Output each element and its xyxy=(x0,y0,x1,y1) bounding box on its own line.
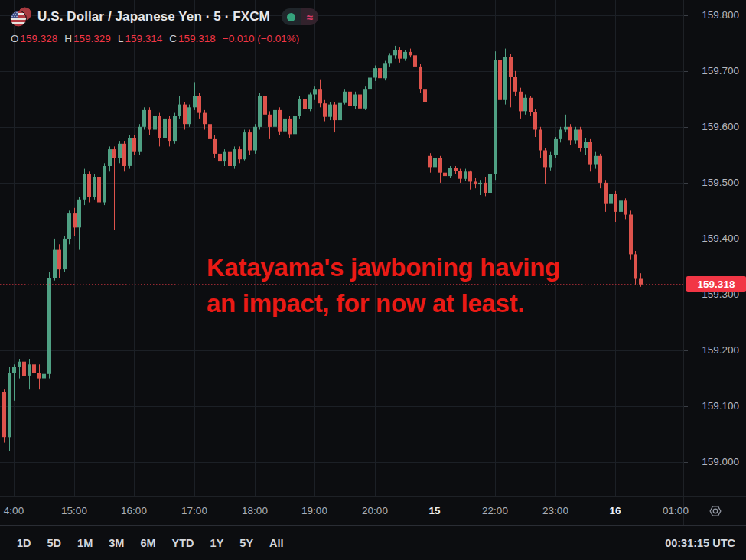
range-button-all[interactable]: All xyxy=(269,537,284,549)
interval-value: 5 xyxy=(213,9,221,24)
price-axis[interactable]: 159.800159.700159.600159.500159.400159.3… xyxy=(683,0,746,496)
price-axis-label: 159.600 xyxy=(684,120,746,134)
high-value: 159.329 xyxy=(73,33,111,44)
candlestick-chart xyxy=(0,0,683,496)
usdjpy-flag-icon xyxy=(9,6,32,28)
price-axis-label: 159.100 xyxy=(684,399,746,413)
price-axis-label: 159.700 xyxy=(684,64,746,78)
chart-settings-icon[interactable] xyxy=(707,503,724,519)
price-axis-label: 159.500 xyxy=(684,176,746,190)
chart-header: U.S. Dollar / Japanese Yen · 5 · FXCM ≈ … xyxy=(9,6,318,44)
range-button-5y[interactable]: 5Y xyxy=(239,537,253,549)
symbol-title: U.S. Dollar / Japanese Yen · 5 · FXCM xyxy=(37,9,270,24)
candles xyxy=(2,46,643,451)
time-axis-label: 19:00 xyxy=(301,497,327,525)
last-price-tag: 159.318 xyxy=(686,276,746,292)
annotation-line-2: an impact, for now at least. xyxy=(207,285,560,321)
chart-text-annotation[interactable]: Katayama's jawboning having an impact, f… xyxy=(207,249,560,321)
range-button-3m[interactable]: 3M xyxy=(109,537,124,549)
time-axis-day-label: 15 xyxy=(428,497,440,525)
title-separator: · xyxy=(221,9,233,24)
axis-corner xyxy=(683,496,746,525)
price-axis-label: 159.200 xyxy=(684,343,746,357)
time-axis-label: 17:00 xyxy=(181,497,207,525)
gridlines xyxy=(0,0,683,496)
range-button-6m[interactable]: 6M xyxy=(140,537,155,549)
time-axis-day-label: 16 xyxy=(609,497,621,525)
time-axis-label: 16:00 xyxy=(121,497,147,525)
chart-pane[interactable]: U.S. Dollar / Japanese Yen · 5 · FXCM ≈ … xyxy=(0,0,683,496)
close-value: 159.318 xyxy=(178,33,216,44)
time-axis-label: 15:00 xyxy=(61,497,87,525)
time-axis-label: 18:00 xyxy=(242,497,268,525)
symbol-title-row[interactable]: U.S. Dollar / Japanese Yen · 5 · FXCM ≈ xyxy=(9,6,318,28)
price-axis-label: 159.000 xyxy=(684,455,746,469)
price-axis-label: 159.400 xyxy=(684,232,746,246)
close-label: C xyxy=(169,33,177,44)
range-button-1d[interactable]: 1D xyxy=(17,537,31,549)
high-label: H xyxy=(64,33,72,44)
time-axis-label: 22:00 xyxy=(482,497,508,525)
time-axis-label: 4:00 xyxy=(4,497,24,525)
tradingview-chart-window: U.S. Dollar / Japanese Yen · 5 · FXCM ≈ … xyxy=(0,0,746,560)
ohlc-row: O159.328 H159.329 L159.314 C159.318 −0.0… xyxy=(9,33,318,44)
open-label: O xyxy=(11,33,19,44)
open-value: 159.328 xyxy=(21,33,58,44)
time-axis[interactable]: 4:0015:0016:0017:0018:0019:0020:001522:0… xyxy=(0,496,683,525)
bottom-toolbar: 1D5D1M3M6MYTD1Y5YAll 00:31:15 UTC xyxy=(0,525,746,560)
range-button-ytd[interactable]: YTD xyxy=(172,537,194,549)
low-label: L xyxy=(118,33,124,44)
title-separator: · xyxy=(202,9,213,24)
range-button-1y[interactable]: 1Y xyxy=(210,537,224,549)
market-open-dot-icon xyxy=(287,13,295,21)
delayed-data-icon: ≈ xyxy=(307,11,313,23)
exchange-name: FXCM xyxy=(233,9,270,24)
change-value: −0.010 (−0.01%) xyxy=(223,33,300,44)
price-axis-label: 159.800 xyxy=(684,8,746,22)
market-status-pill[interactable]: ≈ xyxy=(282,8,318,25)
time-axis-label: 23:00 xyxy=(542,497,568,525)
low-value: 159.314 xyxy=(125,33,162,44)
annotation-line-1: Katayama's jawboning having xyxy=(207,249,560,285)
range-button-5d[interactable]: 5D xyxy=(47,537,62,549)
time-axis-label: 01:00 xyxy=(663,497,689,525)
utc-clock[interactable]: 00:31:15 UTC xyxy=(665,537,735,549)
range-button-1m[interactable]: 1M xyxy=(77,537,93,549)
time-axis-label: 20:00 xyxy=(362,497,388,525)
